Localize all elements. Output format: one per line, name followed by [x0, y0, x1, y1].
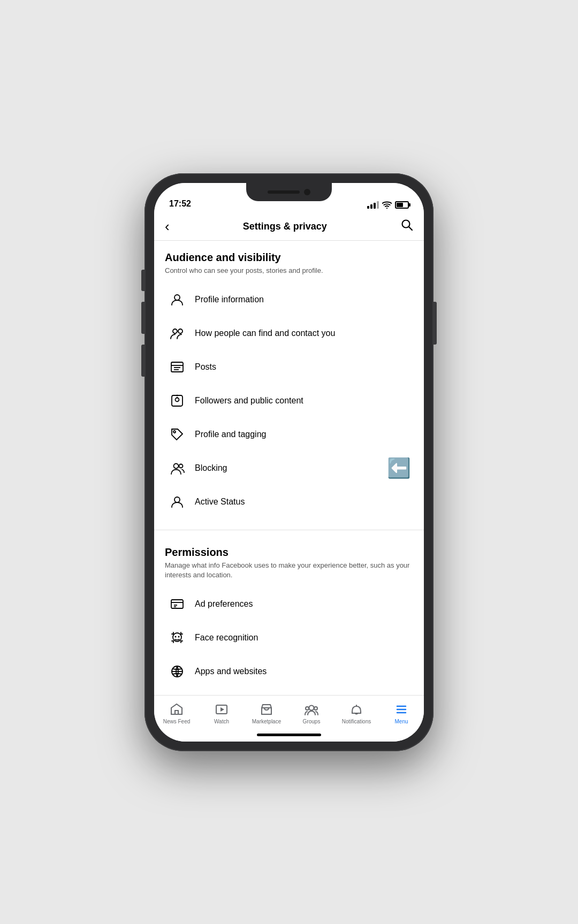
find-contact-icon [167, 323, 187, 343]
phone-frame: 17:52 ‹ [144, 173, 434, 751]
followers-label: Followers and public content [195, 396, 303, 406]
groups-label: Groups [303, 719, 321, 724]
side-button-vol-down [141, 345, 144, 377]
phone-screen: 17:52 ‹ [154, 183, 424, 742]
bottom-nav: News Feed Watch [154, 695, 424, 729]
nav-marketplace[interactable]: Marketplace [244, 700, 289, 727]
menu-item-profile-tagging[interactable]: Profile and tagging [165, 418, 413, 452]
status-time: 17:52 [169, 199, 191, 209]
svg-point-15 [173, 431, 176, 433]
menu-item-active-status[interactable]: Active Status [165, 485, 413, 519]
menu-item-profile-info[interactable]: Profile information [165, 283, 413, 317]
menu-item-posts[interactable]: Posts [165, 350, 413, 384]
face-recognition-icon [167, 628, 187, 648]
notch [246, 183, 332, 201]
camera [304, 189, 310, 195]
menu-label: Menu [394, 719, 408, 724]
side-button-mute [141, 270, 144, 291]
svg-point-18 [174, 497, 180, 502]
notifications-icon [349, 702, 364, 717]
permissions-section: Permissions Manage what info Facebook us… [154, 536, 424, 695]
settings-content: Audience and visibility Control who can … [154, 241, 424, 695]
battery-icon [395, 201, 409, 209]
permissions-section-title: Permissions [165, 546, 413, 559]
find-contact-label: How people can find and contact you [195, 329, 335, 338]
svg-point-3 [174, 295, 180, 300]
search-button[interactable] [400, 218, 413, 234]
side-button-power [434, 302, 437, 345]
news-feed-icon [169, 702, 184, 717]
active-status-label: Active Status [195, 497, 245, 507]
profile-info-icon [167, 289, 187, 310]
profile-info-label: Profile information [195, 295, 264, 304]
menu-icon [394, 702, 409, 717]
profile-tagging-icon [167, 424, 187, 445]
home-indicator [154, 729, 424, 742]
ad-preferences-label: Ad preferences [195, 599, 253, 609]
menu-item-find-contact[interactable]: How people can find and contact you [165, 317, 413, 350]
wifi-icon [382, 201, 392, 209]
menu-item-blocking[interactable]: Blocking ⬅️ [165, 452, 413, 485]
ad-preferences-icon [167, 594, 187, 614]
profile-tagging-label: Profile and tagging [195, 430, 266, 439]
status-icons [367, 201, 409, 209]
posts-icon [167, 357, 187, 377]
marketplace-label: Marketplace [252, 719, 281, 724]
news-feed-label: News Feed [163, 719, 191, 724]
menu-item-games[interactable]: Games [165, 689, 413, 694]
speaker [268, 190, 300, 194]
audience-section-title: Audience and visibility [165, 251, 413, 264]
section-divider [154, 530, 424, 530]
side-button-vol-up [141, 302, 144, 334]
watch-label: Watch [214, 719, 229, 724]
followers-icon [167, 391, 187, 411]
status-bar: 17:52 [154, 183, 424, 213]
svg-point-16 [174, 463, 179, 468]
home-bar [257, 734, 321, 736]
apps-websites-icon [167, 661, 187, 682]
apps-websites-label: Apps and websites [195, 667, 267, 676]
app-header: ‹ Settings & privacy [154, 213, 424, 241]
svg-marker-42 [220, 707, 224, 712]
nav-news-feed[interactable]: News Feed [154, 700, 199, 727]
watch-icon [214, 702, 229, 717]
svg-point-44 [306, 707, 309, 710]
svg-rect-40 [175, 711, 178, 714]
menu-item-apps-websites[interactable]: Apps and websites [165, 655, 413, 689]
signal-icon [367, 201, 379, 209]
back-emoji: ⬅️ [387, 459, 411, 478]
face-recognition-label: Face recognition [195, 633, 258, 643]
active-status-icon [167, 492, 187, 512]
permissions-section-subtitle: Manage what info Facebook uses to make y… [165, 561, 413, 580]
menu-item-ad-preferences[interactable]: Ad preferences [165, 587, 413, 621]
svg-point-25 [175, 636, 177, 638]
svg-line-2 [409, 227, 412, 230]
svg-point-45 [314, 707, 317, 710]
svg-point-13 [177, 394, 178, 396]
groups-icon [304, 702, 319, 717]
svg-point-4 [173, 329, 177, 333]
svg-point-26 [178, 636, 180, 638]
audience-section: Audience and visibility Control who can … [154, 241, 424, 524]
svg-point-11 [176, 398, 179, 401]
page-title: Settings & privacy [243, 221, 327, 232]
nav-menu[interactable]: Menu [379, 700, 424, 727]
posts-label: Posts [195, 362, 216, 372]
notifications-label: Notifications [342, 719, 371, 724]
svg-point-5 [178, 329, 182, 333]
blocking-label: Blocking [195, 463, 227, 473]
svg-rect-6 [171, 362, 183, 372]
svg-point-0 [386, 207, 387, 208]
svg-point-17 [179, 464, 183, 468]
menu-item-followers[interactable]: Followers and public content [165, 384, 413, 418]
menu-item-face-recognition[interactable]: Face recognition [165, 621, 413, 655]
audience-section-subtitle: Control who can see your posts, stories … [165, 266, 413, 276]
nav-groups[interactable]: Groups [289, 700, 334, 727]
nav-notifications[interactable]: Notifications [334, 700, 379, 727]
svg-point-43 [309, 705, 314, 710]
svg-rect-20 [171, 600, 183, 608]
marketplace-icon [259, 702, 274, 717]
back-button[interactable]: ‹ [165, 218, 170, 235]
blocking-icon [167, 458, 187, 478]
nav-watch[interactable]: Watch [199, 700, 244, 727]
